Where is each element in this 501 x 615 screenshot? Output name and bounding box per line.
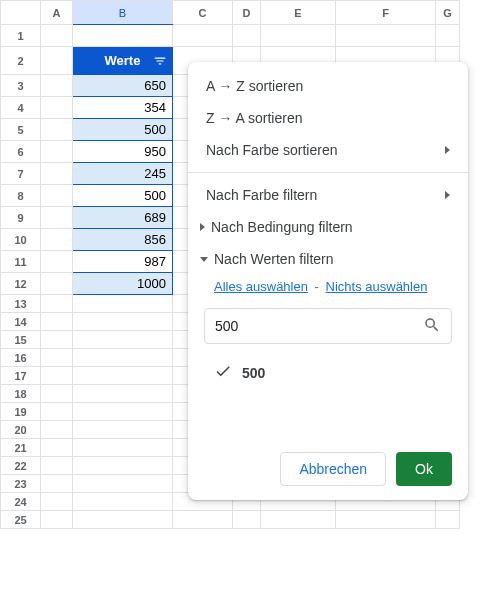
cell-b-17[interactable] — [73, 367, 173, 385]
row-header-6[interactable]: 6 — [1, 141, 41, 163]
ok-button[interactable]: Ok — [396, 452, 452, 486]
cell-b-11[interactable]: 987 — [73, 251, 173, 273]
cell-a-16[interactable] — [41, 349, 73, 367]
row-header-2[interactable]: 2 — [1, 47, 41, 75]
col-header-b[interactable]: B — [73, 1, 173, 25]
row-header-4[interactable]: 4 — [1, 97, 41, 119]
row-header-7[interactable]: 7 — [1, 163, 41, 185]
cell-b-23[interactable] — [73, 475, 173, 493]
col-header-c[interactable]: C — [173, 1, 233, 25]
cell-a-14[interactable] — [41, 313, 73, 331]
row-header-12[interactable]: 12 — [1, 273, 41, 295]
row-header-13[interactable]: 13 — [1, 295, 41, 313]
col-header-d[interactable]: D — [233, 1, 261, 25]
row-header-15[interactable]: 15 — [1, 331, 41, 349]
cell-b-16[interactable] — [73, 349, 173, 367]
cell-a-17[interactable] — [41, 367, 73, 385]
cell-a-10[interactable] — [41, 229, 73, 251]
row-header-14[interactable]: 14 — [1, 313, 41, 331]
cell-b-3[interactable]: 650 — [73, 75, 173, 97]
cell-b-2[interactable]: Werte — [73, 47, 173, 75]
cell-a-2[interactable] — [41, 47, 73, 75]
cell-g-25[interactable] — [436, 511, 460, 529]
row-header-17[interactable]: 17 — [1, 367, 41, 385]
cell-b-22[interactable] — [73, 457, 173, 475]
cell-b-6[interactable]: 950 — [73, 141, 173, 163]
sort-by-color[interactable]: Nach Farbe sortieren — [188, 134, 468, 166]
cell-a-21[interactable] — [41, 439, 73, 457]
select-all-link[interactable]: Alles auswählen — [214, 279, 308, 294]
cell-a-20[interactable] — [41, 421, 73, 439]
col-header-a[interactable]: A — [41, 1, 73, 25]
search-icon[interactable] — [423, 316, 441, 337]
cell-b-15[interactable] — [73, 331, 173, 349]
col-header-g[interactable]: G — [436, 1, 460, 25]
cell-a-23[interactable] — [41, 475, 73, 493]
cell-a-1[interactable] — [41, 25, 73, 47]
row-header-22[interactable]: 22 — [1, 457, 41, 475]
cell-a-24[interactable] — [41, 493, 73, 511]
row-header-24[interactable]: 24 — [1, 493, 41, 511]
cell-a-15[interactable] — [41, 331, 73, 349]
cell-b-12[interactable]: 1000 — [73, 273, 173, 295]
cell-b-24[interactable] — [73, 493, 173, 511]
cell-b-20[interactable] — [73, 421, 173, 439]
cell-g-1[interactable] — [436, 25, 460, 47]
select-none-link[interactable]: Nichts auswählen — [326, 279, 428, 294]
sort-za[interactable]: Z → A sortieren — [188, 102, 468, 134]
cell-b-18[interactable] — [73, 385, 173, 403]
row-header-5[interactable]: 5 — [1, 119, 41, 141]
row-header-10[interactable]: 10 — [1, 229, 41, 251]
select-all-corner[interactable] — [1, 1, 41, 25]
cell-b-13[interactable] — [73, 295, 173, 313]
cell-a-5[interactable] — [41, 119, 73, 141]
row-header-21[interactable]: 21 — [1, 439, 41, 457]
filter-by-condition[interactable]: Nach Bedingung filtern — [188, 211, 468, 243]
cell-c-1[interactable] — [173, 25, 233, 47]
cell-e-1[interactable] — [261, 25, 336, 47]
cell-a-22[interactable] — [41, 457, 73, 475]
cell-b-4[interactable]: 354 — [73, 97, 173, 119]
filter-by-color[interactable]: Nach Farbe filtern — [188, 179, 468, 211]
cell-b-7[interactable]: 245 — [73, 163, 173, 185]
col-header-e[interactable]: E — [261, 1, 336, 25]
filter-icon[interactable] — [152, 53, 168, 69]
cell-b-10[interactable]: 856 — [73, 229, 173, 251]
row-header-8[interactable]: 8 — [1, 185, 41, 207]
row-header-16[interactable]: 16 — [1, 349, 41, 367]
cell-a-9[interactable] — [41, 207, 73, 229]
cell-f-1[interactable] — [336, 25, 436, 47]
cell-b-14[interactable] — [73, 313, 173, 331]
filter-search-input[interactable] — [215, 318, 423, 334]
row-header-23[interactable]: 23 — [1, 475, 41, 493]
row-header-20[interactable]: 20 — [1, 421, 41, 439]
cell-a-4[interactable] — [41, 97, 73, 119]
cell-a-19[interactable] — [41, 403, 73, 421]
cell-f-25[interactable] — [336, 511, 436, 529]
row-header-25[interactable]: 25 — [1, 511, 41, 529]
cell-c-25[interactable] — [173, 511, 233, 529]
cell-e-25[interactable] — [261, 511, 336, 529]
sort-az[interactable]: A → Z sortieren — [188, 70, 468, 102]
cell-b-9[interactable]: 689 — [73, 207, 173, 229]
cell-b-21[interactable] — [73, 439, 173, 457]
cell-a-25[interactable] — [41, 511, 73, 529]
row-header-1[interactable]: 1 — [1, 25, 41, 47]
cell-a-7[interactable] — [41, 163, 73, 185]
row-header-18[interactable]: 18 — [1, 385, 41, 403]
cell-b-5[interactable]: 500 — [73, 119, 173, 141]
cell-a-8[interactable] — [41, 185, 73, 207]
cell-a-13[interactable] — [41, 295, 73, 313]
cancel-button[interactable]: Abbrechen — [280, 452, 386, 486]
cell-d-25[interactable] — [233, 511, 261, 529]
row-header-11[interactable]: 11 — [1, 251, 41, 273]
cell-a-18[interactable] — [41, 385, 73, 403]
cell-b-1[interactable] — [73, 25, 173, 47]
cell-a-6[interactable] — [41, 141, 73, 163]
row-header-9[interactable]: 9 — [1, 207, 41, 229]
cell-d-1[interactable] — [233, 25, 261, 47]
cell-b-25[interactable] — [73, 511, 173, 529]
row-header-3[interactable]: 3 — [1, 75, 41, 97]
cell-b-19[interactable] — [73, 403, 173, 421]
filter-by-values[interactable]: Nach Werten filtern — [188, 243, 468, 275]
